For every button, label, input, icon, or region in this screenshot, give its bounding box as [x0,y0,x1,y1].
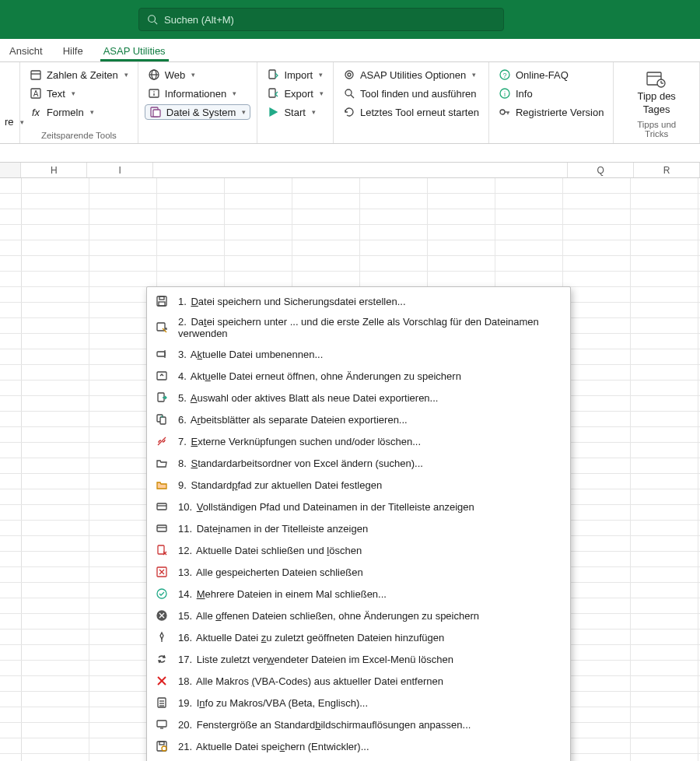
cell[interactable] [225,256,292,271]
row-number[interactable] [0,194,22,209]
cell[interactable] [22,629,89,644]
cell[interactable] [631,474,698,489]
ribbon-btn-finden[interactable]: Tool finden und ausführen [340,86,482,101]
cell[interactable] [22,396,89,411]
cell[interactable] [631,178,698,193]
cell[interactable] [22,598,89,613]
row-number[interactable] [0,489,22,504]
cell[interactable] [22,443,89,458]
cell[interactable] [22,334,89,349]
ribbon-btn-start[interactable]: Start▾ [264,104,327,120]
cell[interactable] [292,240,360,255]
ribbon-btn-faq[interactable]: ? Online-FAQ [495,67,607,82]
formula-bar[interactable] [0,144,700,163]
menu-item-19[interactable]: 19. Info zu Makros/VBA (Beta, Englisch).… [147,692,570,714]
cell[interactable] [428,272,495,286]
cell[interactable] [495,256,563,271]
row-number[interactable] [0,661,22,675]
cell[interactable] [631,692,698,707]
cell[interactable] [563,380,631,395]
cell[interactable] [292,256,360,271]
cell[interactable] [631,505,698,520]
row-number[interactable] [0,443,22,458]
row-number[interactable] [0,614,22,629]
cell[interactable] [22,303,89,317]
ribbon-btn-registriert[interactable]: Registrierte Version [495,104,607,120]
menu-item-1[interactable]: 1. Datei speichern und Sicherungsdatei e… [147,290,570,312]
cell[interactable] [157,240,225,255]
cell[interactable] [360,209,428,224]
ribbon-btn-zahlen-zeiten[interactable]: Zahlen & Zeiten▾ [26,67,131,82]
row-number[interactable] [0,303,22,317]
cell[interactable] [563,194,631,209]
cell[interactable] [22,583,89,598]
cell[interactable] [22,349,89,364]
cell[interactable] [22,240,89,255]
cell[interactable] [157,225,225,240]
cell[interactable] [563,614,631,629]
cell[interactable] [631,240,698,255]
cell[interactable] [360,178,428,193]
cell[interactable] [22,723,89,738]
cell[interactable] [563,443,631,458]
cell[interactable] [22,474,89,489]
cell[interactable] [428,240,495,255]
cell[interactable] [563,256,631,271]
cell[interactable] [22,661,89,675]
cell[interactable] [563,209,631,224]
col-header-I[interactable]: I [87,163,153,177]
tab-ansicht[interactable]: Ansicht [6,40,46,61]
cell[interactable] [22,567,89,582]
row-number[interactable] [0,349,22,364]
row-number[interactable] [0,536,22,551]
cell[interactable] [22,707,89,722]
cell[interactable] [563,458,631,473]
cell[interactable] [563,583,631,598]
cell[interactable] [563,334,631,349]
menu-item-11[interactable]: 11. Dateinamen in der Titelleiste anzeig… [147,517,570,539]
cell[interactable] [563,661,631,675]
cell[interactable] [631,676,698,691]
row-number[interactable] [0,272,22,286]
cell[interactable] [631,225,698,240]
cell[interactable] [563,692,631,707]
cell[interactable] [631,738,698,753]
cell[interactable] [631,287,698,302]
cell[interactable] [631,629,698,644]
cell[interactable] [563,676,631,691]
cell[interactable] [292,194,360,209]
cell[interactable] [360,225,428,240]
cell[interactable] [563,427,631,442]
row-number[interactable] [0,365,22,380]
cell[interactable] [631,458,698,473]
cell[interactable] [495,178,563,193]
cell[interactable] [22,365,89,380]
menu-item-16[interactable]: 16. Aktuelle Datei zu zuletzt geöffneten… [147,626,570,648]
row-number[interactable] [0,178,22,193]
row-number[interactable] [0,676,22,691]
cell[interactable] [495,225,563,240]
cell[interactable] [495,240,563,255]
row-number[interactable] [0,412,22,426]
cell[interactable] [631,380,698,395]
menu-item-4[interactable]: 4. Aktuelle Datei erneut öffnen, ohne Än… [147,365,570,387]
row-number[interactable] [0,505,22,520]
cell[interactable] [631,598,698,613]
cell[interactable] [631,661,698,675]
cell[interactable] [22,272,89,286]
menu-item-18[interactable]: 18. Alle Makros (VBA-Codes) aus aktuelle… [147,670,570,692]
cell[interactable] [22,318,89,333]
menu-item-3[interactable]: 3. Aktuelle Datei umbenennen... [147,343,570,365]
cell[interactable] [563,521,631,535]
row-number[interactable] [0,240,22,255]
cell[interactable] [22,209,89,224]
cell[interactable] [22,521,89,535]
cell[interactable] [89,256,157,271]
cell[interactable] [563,505,631,520]
cell[interactable] [428,225,495,240]
col-header-R[interactable]: R [634,163,700,177]
cell[interactable] [631,583,698,598]
cell[interactable] [22,256,89,271]
cell[interactable] [631,614,698,629]
cell[interactable] [225,209,292,224]
